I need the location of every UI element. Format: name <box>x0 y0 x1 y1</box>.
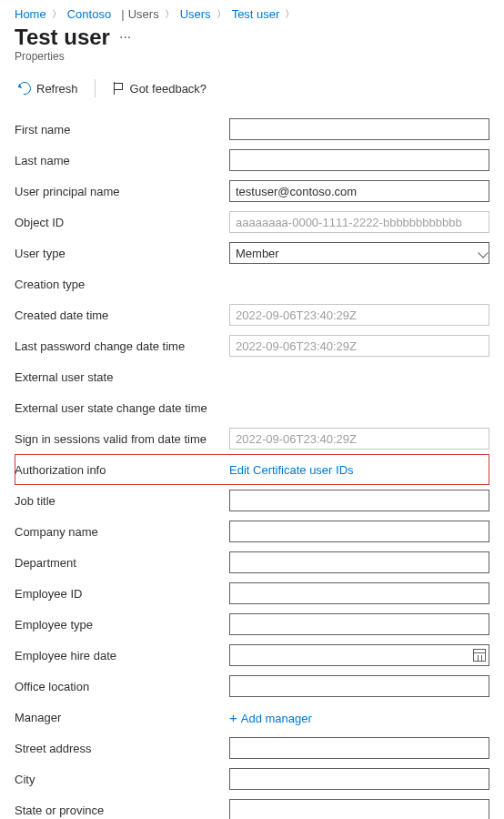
row-ext-state-change: External user state change date time <box>15 392 489 423</box>
state-input[interactable] <box>229 799 489 819</box>
label-pwd-change: Last password change date time <box>15 339 229 353</box>
add-manager-link[interactable]: +Add manager <box>229 712 312 725</box>
command-bar: Refresh Got feedback? <box>15 76 489 101</box>
refresh-label: Refresh <box>36 82 78 96</box>
row-employee-id: Employee ID <box>15 578 489 609</box>
row-created: Created date time <box>15 299 489 330</box>
office-input[interactable] <box>229 675 489 697</box>
refresh-icon <box>15 79 33 96</box>
row-ext-state: External user state <box>15 361 489 392</box>
edit-certificate-user-ids-link[interactable]: Edit Certificate user IDs <box>229 463 354 477</box>
breadcrumb-subsection[interactable]: Users <box>180 7 211 21</box>
label-company: Company name <box>15 525 229 539</box>
object-id-input <box>229 211 489 233</box>
row-manager: Manager +Add manager <box>15 702 489 733</box>
label-created: Created date time <box>15 308 229 322</box>
label-first-name: First name <box>15 123 229 136</box>
breadcrumb: Home 〉 Contoso | Users 〉 Users 〉 Test us… <box>15 7 489 21</box>
plus-icon: + <box>229 710 237 725</box>
label-upn: User principal name <box>15 185 229 198</box>
label-object-id: Object ID <box>15 216 229 229</box>
user-type-value: Member <box>236 247 279 260</box>
breadcrumb-current[interactable]: Test user <box>232 7 280 21</box>
label-city: City <box>15 773 229 786</box>
row-user-type: User type Member <box>15 238 489 268</box>
label-ext-state: External user state <box>15 370 229 384</box>
feedback-button[interactable]: Got feedback? <box>108 80 211 97</box>
row-upn: User principal name <box>15 176 489 207</box>
pwd-change-input <box>229 335 489 357</box>
chevron-right-icon: 〉 <box>283 7 297 21</box>
breadcrumb-home[interactable]: Home <box>15 7 46 21</box>
breadcrumb-tenant[interactable]: Contoso <box>67 7 111 21</box>
row-last-name: Last name <box>15 145 489 176</box>
row-state: State or province <box>15 794 489 819</box>
label-ext-state-change: External user state change date time <box>15 401 229 415</box>
row-street: Street address <box>15 733 489 763</box>
row-first-name: First name <box>15 114 489 145</box>
hire-date-input[interactable] <box>229 644 489 666</box>
more-icon[interactable]: ··· <box>119 29 131 46</box>
ext-state-change-value <box>229 401 231 415</box>
label-sign-in-valid: Sign in sessions valid from date time <box>15 432 229 446</box>
row-city: City <box>15 763 489 794</box>
label-user-type: User type <box>15 247 229 260</box>
sign-in-valid-input <box>229 428 489 450</box>
street-input[interactable] <box>229 737 489 759</box>
row-sign-in-valid: Sign in sessions valid from date time <box>15 423 489 454</box>
feedback-label: Got feedback? <box>130 82 207 96</box>
chevron-right-icon: 〉 <box>163 7 176 21</box>
label-employee-type: Employee type <box>15 618 229 632</box>
company-input[interactable] <box>229 521 489 542</box>
breadcrumb-divider: | <box>115 7 125 21</box>
flag-icon <box>112 82 125 95</box>
employee-type-input[interactable] <box>229 613 489 635</box>
label-creation-type: Creation type <box>15 278 229 291</box>
label-office: Office location <box>15 680 229 693</box>
created-input <box>229 304 489 326</box>
label-department: Department <box>15 556 229 570</box>
row-job-title: Job title <box>15 485 489 516</box>
upn-input[interactable] <box>229 180 489 202</box>
label-state: State or province <box>15 804 229 817</box>
label-authorization-info: Authorization info <box>15 463 229 477</box>
label-last-name: Last name <box>15 154 229 167</box>
row-object-id: Object ID <box>15 207 489 238</box>
row-creation-type: Creation type <box>15 268 489 299</box>
creation-type-value <box>229 278 231 291</box>
label-hire-date: Employee hire date <box>15 649 229 662</box>
calendar-icon[interactable] <box>473 649 486 662</box>
first-name-input[interactable] <box>229 118 489 140</box>
row-hire-date: Employee hire date <box>15 640 489 671</box>
page-subtitle: Properties <box>15 50 489 63</box>
row-department: Department <box>15 547 489 578</box>
employee-id-input[interactable] <box>229 582 489 604</box>
row-authorization-info: Authorization info Edit Certificate user… <box>15 454 489 485</box>
chevron-right-icon: 〉 <box>215 7 228 21</box>
toolbar-separator <box>95 79 96 97</box>
refresh-button[interactable]: Refresh <box>15 80 82 97</box>
label-manager: Manager <box>15 711 229 724</box>
city-input[interactable] <box>229 768 489 790</box>
user-type-select[interactable]: Member <box>229 242 489 264</box>
row-employee-type: Employee type <box>15 609 489 640</box>
row-office: Office location <box>15 671 489 702</box>
last-name-input[interactable] <box>229 149 489 171</box>
job-title-input[interactable] <box>229 490 489 511</box>
row-pwd-change: Last password change date time <box>15 330 489 361</box>
row-company: Company name <box>15 516 489 547</box>
page-title: Test user <box>15 25 110 50</box>
label-employee-id: Employee ID <box>15 587 229 601</box>
breadcrumb-section: Users <box>128 7 159 21</box>
ext-state-value <box>229 370 231 384</box>
department-input[interactable] <box>229 551 489 573</box>
label-street: Street address <box>15 742 229 755</box>
label-job-title: Job title <box>15 494 229 508</box>
chevron-right-icon: 〉 <box>50 7 64 21</box>
add-manager-label: Add manager <box>241 712 312 725</box>
